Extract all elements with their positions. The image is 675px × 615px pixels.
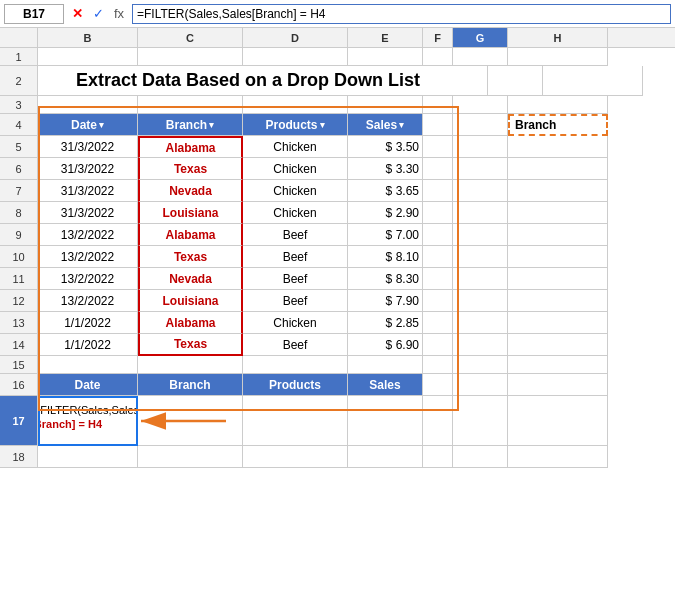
cell-g12[interactable]: [453, 290, 508, 312]
cell-f17[interactable]: [423, 396, 453, 446]
cell-d1[interactable]: [243, 48, 348, 66]
cell-f4[interactable]: [423, 114, 453, 136]
cell-c15[interactable]: [138, 356, 243, 374]
cell-f10[interactable]: [423, 246, 453, 268]
cell-g16[interactable]: [453, 374, 508, 396]
cell-g14[interactable]: [453, 334, 508, 356]
cell-e8[interactable]: $ 2.90: [348, 202, 423, 224]
cell-f16[interactable]: [423, 374, 453, 396]
cell-c8[interactable]: Louisiana: [138, 202, 243, 224]
cell-h12[interactable]: [508, 290, 608, 312]
cell-g15[interactable]: [453, 356, 508, 374]
cell-c5[interactable]: Alabama: [138, 136, 243, 158]
cell-b18[interactable]: [38, 446, 138, 468]
date-dropdown-icon[interactable]: ▾: [99, 120, 104, 130]
cell-h4-dropdown[interactable]: Branch: [508, 114, 608, 136]
cell-c1[interactable]: [138, 48, 243, 66]
cell-f14[interactable]: [423, 334, 453, 356]
cell-h5[interactable]: [508, 136, 608, 158]
cell-h6[interactable]: [508, 158, 608, 180]
cell-b9[interactable]: 13/2/2022: [38, 224, 138, 246]
cell-f6[interactable]: [423, 158, 453, 180]
confirm-icon[interactable]: ✓: [89, 5, 107, 23]
cell-c12[interactable]: Louisiana: [138, 290, 243, 312]
cell-e17[interactable]: [348, 396, 423, 446]
cell-e6[interactable]: $ 3.30: [348, 158, 423, 180]
cell-c17[interactable]: [138, 396, 243, 446]
cell-f2[interactable]: [458, 66, 488, 96]
cell-h2[interactable]: [543, 66, 643, 96]
cell-h17[interactable]: [508, 396, 608, 446]
cell-g2[interactable]: [488, 66, 543, 96]
cell-b1[interactable]: [38, 48, 138, 66]
cell-f8[interactable]: [423, 202, 453, 224]
cell-d8[interactable]: Chicken: [243, 202, 348, 224]
cell-f5[interactable]: [423, 136, 453, 158]
products-dropdown-icon[interactable]: ▾: [320, 120, 325, 130]
formula-input[interactable]: [132, 4, 671, 24]
cell-c7[interactable]: Nevada: [138, 180, 243, 202]
cell-d6[interactable]: Chicken: [243, 158, 348, 180]
cell-d11[interactable]: Beef: [243, 268, 348, 290]
cell-g13[interactable]: [453, 312, 508, 334]
cell-g6[interactable]: [453, 158, 508, 180]
fx-icon[interactable]: fx: [110, 5, 128, 23]
cell-e12[interactable]: $ 7.90: [348, 290, 423, 312]
cell-e13[interactable]: $ 2.85: [348, 312, 423, 334]
cell-f15[interactable]: [423, 356, 453, 374]
cell-e1[interactable]: [348, 48, 423, 66]
cell-h1[interactable]: [508, 48, 608, 66]
branch-dropdown-icon[interactable]: ▾: [209, 120, 214, 130]
cell-d12[interactable]: Beef: [243, 290, 348, 312]
cell-g3[interactable]: [453, 96, 508, 114]
cell-d15[interactable]: [243, 356, 348, 374]
cell-h15[interactable]: [508, 356, 608, 374]
cell-h16[interactable]: [508, 374, 608, 396]
cell-g5[interactable]: [453, 136, 508, 158]
cell-b13[interactable]: 1/1/2022: [38, 312, 138, 334]
cell-h18[interactable]: [508, 446, 608, 468]
cell-c6[interactable]: Texas: [138, 158, 243, 180]
cell-e7[interactable]: $ 3.65: [348, 180, 423, 202]
cell-h3[interactable]: [508, 96, 608, 114]
cell-e3[interactable]: [348, 96, 423, 114]
cell-f13[interactable]: [423, 312, 453, 334]
cell-f18[interactable]: [423, 446, 453, 468]
cell-h8[interactable]: [508, 202, 608, 224]
cell-g1[interactable]: [453, 48, 508, 66]
cell-e5[interactable]: $ 3.50: [348, 136, 423, 158]
cell-e9[interactable]: $ 7.00: [348, 224, 423, 246]
cell-f1[interactable]: [423, 48, 453, 66]
cell-f12[interactable]: [423, 290, 453, 312]
cell-h9[interactable]: [508, 224, 608, 246]
cell-f9[interactable]: [423, 224, 453, 246]
cell-d18[interactable]: [243, 446, 348, 468]
cell-c10[interactable]: Texas: [138, 246, 243, 268]
cell-c9[interactable]: Alabama: [138, 224, 243, 246]
cell-g10[interactable]: [453, 246, 508, 268]
cell-e11[interactable]: $ 8.30: [348, 268, 423, 290]
cell-e10[interactable]: $ 8.10: [348, 246, 423, 268]
cell-b6[interactable]: 31/3/2022: [38, 158, 138, 180]
cell-g18[interactable]: [453, 446, 508, 468]
cell-c18[interactable]: [138, 446, 243, 468]
cell-c13[interactable]: Alabama: [138, 312, 243, 334]
cell-g17[interactable]: [453, 396, 508, 446]
cell-b17-formula[interactable]: =FILTER(Sales,Sales[ Branch] = H4: [38, 396, 138, 446]
cell-e14[interactable]: $ 6.90: [348, 334, 423, 356]
cell-g11[interactable]: [453, 268, 508, 290]
cell-b15[interactable]: [38, 356, 138, 374]
cell-h11[interactable]: [508, 268, 608, 290]
cell-d7[interactable]: Chicken: [243, 180, 348, 202]
cell-e15[interactable]: [348, 356, 423, 374]
cell-d5[interactable]: Chicken: [243, 136, 348, 158]
sales-dropdown-icon[interactable]: ▾: [399, 120, 404, 130]
cell-g8[interactable]: [453, 202, 508, 224]
cell-d13[interactable]: Chicken: [243, 312, 348, 334]
cell-c3[interactable]: [138, 96, 243, 114]
cell-h10[interactable]: [508, 246, 608, 268]
cell-f11[interactable]: [423, 268, 453, 290]
cell-h14[interactable]: [508, 334, 608, 356]
cell-d3[interactable]: [243, 96, 348, 114]
cell-b5[interactable]: 31/3/2022: [38, 136, 138, 158]
